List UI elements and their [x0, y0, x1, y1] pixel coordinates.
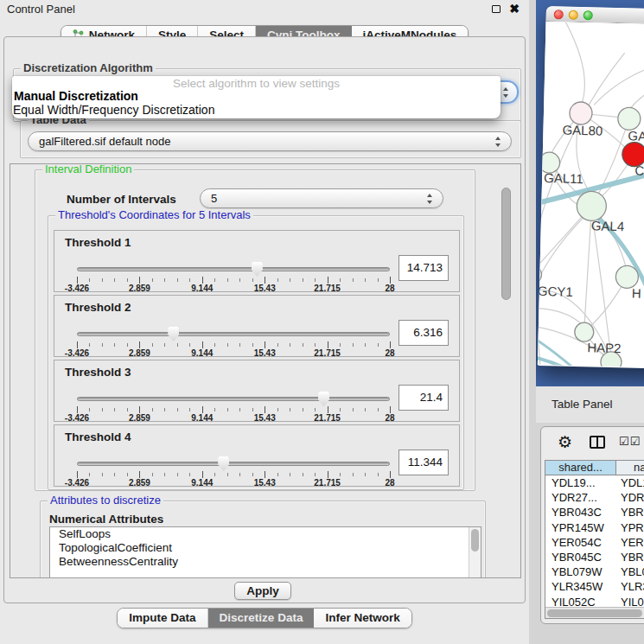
node-label: H: [632, 286, 641, 301]
vertical-scrollbar[interactable]: [501, 188, 511, 300]
slider-ticks: [77, 471, 390, 478]
combo-value: 5: [211, 189, 217, 208]
slider-tick-labels: -3.426 2.859 9.144 15.43 21.715 28: [77, 413, 390, 422]
numerical-attributes-label: Numerical Attributes: [49, 513, 163, 526]
group-title: Discretization Algorithm: [21, 62, 156, 74]
combo-arrows-icon: [503, 87, 509, 98]
threshold-4-panel: Threshold 4 -3.426 2.859 9.144: [54, 424, 460, 487]
group-title: Interval Definition: [42, 163, 134, 175]
checkboxes-icon[interactable]: ☑☑: [619, 435, 641, 448]
combo-arrows-icon: [495, 137, 501, 147]
control-panel-titlebar: Control Panel ✖: [0, 0, 529, 19]
network-node-hap2: [575, 322, 595, 342]
list-item[interactable]: TopologicalCoefficient: [50, 541, 481, 555]
table-row[interactable]: YER054CYER0: [545, 535, 644, 550]
table-row[interactable]: YBL079WYBL0: [545, 564, 644, 579]
threshold-1-value-field[interactable]: 14.713: [399, 255, 449, 281]
network-window: GAL80 GA C GAL11 GAL4 GCY1 H HAP2: [538, 6, 644, 369]
slider-thumb[interactable]: [252, 262, 263, 277]
tab-impute-data[interactable]: Impute Data: [118, 609, 207, 628]
table-panel-card: ⚙ ☑☑ shared... na YDL19...YDL1 YDR27...Y…: [540, 426, 644, 624]
num-intervals-combo[interactable]: 5: [200, 188, 443, 208]
table-data-combo[interactable]: galFiltered.sif default node: [28, 131, 512, 151]
network-canvas[interactable]: GAL80 GA C GAL11 GAL4 GCY1 H HAP2: [538, 22, 644, 368]
threshold-label: Threshold 2: [65, 301, 131, 314]
node-label: GAL80: [562, 122, 603, 137]
bottom-tabbar: Impute Data Discretize Data Infer Networ…: [0, 608, 529, 628]
slider-tick-labels: -3.426 2.859 9.144 15.43 21.715 28: [77, 348, 390, 357]
node-label: GCY1: [538, 284, 573, 299]
list-scrollbar[interactable]: [469, 527, 481, 578]
threshold-3-panel: Threshold 3 -3.426 2.859 9.144: [54, 360, 460, 422]
network-node-gal4: [577, 191, 607, 221]
table-row[interactable]: YBR043CYBR0: [545, 505, 644, 520]
zoom-traffic-light[interactable]: [583, 10, 593, 20]
slider-ticks: [77, 406, 390, 413]
tab-discretize-data[interactable]: Discretize Data: [208, 609, 315, 628]
split-columns-icon[interactable]: [590, 436, 605, 449]
threshold-3-value-field[interactable]: 21.4: [399, 385, 449, 411]
control-panel-window: Control Panel ✖ Network Style Select Cyn…: [0, 0, 529, 644]
node-label: C: [634, 163, 644, 178]
close-icon[interactable]: ✖: [509, 2, 520, 16]
table-panel-bar: Table Panel: [536, 386, 644, 423]
apply-button[interactable]: Apply: [234, 582, 291, 600]
dropdown-option[interactable]: Equal Width/Frequency Discretization: [13, 103, 214, 117]
combo-value: galFiltered.sif default node: [39, 132, 170, 151]
threshold-1-panel: Threshold 1 -3.426 2.859 9.144: [54, 230, 460, 292]
threshold-label: Threshold 4: [65, 430, 131, 443]
slider-ticks: [77, 277, 390, 284]
threshold-4-value-field[interactable]: 11.344: [399, 450, 449, 475]
float-window-icon[interactable]: [492, 5, 501, 13]
slider-thumb[interactable]: [318, 392, 329, 406]
list-item[interactable]: BetweennessCentrality: [50, 555, 481, 569]
threshold-2-value-field[interactable]: 6.316: [399, 320, 449, 346]
network-node-gal80: [570, 102, 593, 125]
slider-track: [77, 462, 390, 466]
table-row[interactable]: YDL19...YDL1: [545, 475, 644, 490]
table-header-row: shared... na: [545, 461, 644, 475]
attributes-listbox: SelfLoops TopologicalCoefficient Between…: [49, 526, 481, 578]
node-label: HAP2: [587, 340, 622, 355]
panel-title: Control Panel: [7, 0, 75, 19]
attributes-group: Attributes to discretize Numerical Attri…: [40, 501, 486, 578]
cyni-toolbox-panel: Discretization Algorithm Select algorith…: [3, 36, 526, 603]
table-row[interactable]: YPR145WYPR1: [545, 520, 644, 535]
threshold-label: Threshold 1: [65, 236, 131, 249]
tab-infer-network[interactable]: Infer Network: [314, 609, 411, 628]
threshold-label: Threshold 3: [65, 366, 131, 379]
column-header-shared[interactable]: shared...: [545, 461, 616, 475]
table-row[interactable]: YDR27...YDR2: [545, 490, 644, 505]
num-intervals-label: Number of Intervals: [67, 193, 176, 206]
slider-tick-labels: -3.426 2.859 9.144 15.43 21.715 28: [77, 478, 390, 487]
slider-ticks: [77, 341, 390, 348]
tab-label: Impute Data: [129, 611, 195, 624]
slider-track: [77, 397, 390, 401]
dropdown-option-selected[interactable]: Manual Discretization: [14, 89, 138, 103]
algorithm-dropdown-popup: Select algorithm to view settings Manual…: [12, 76, 501, 118]
table-data-group: Table Data galFiltered.sif default node: [20, 120, 521, 158]
close-traffic-light[interactable]: [554, 10, 564, 19]
list-item[interactable]: SelfLoops: [50, 527, 481, 541]
threshold-2-panel: Threshold 2 -3.426 2.859 9.144: [54, 295, 460, 357]
gear-icon[interactable]: ⚙: [558, 432, 572, 452]
slider-thumb[interactable]: [168, 327, 179, 341]
node-label: GAL4: [591, 218, 625, 233]
slider-thumb[interactable]: [218, 456, 229, 471]
slider-track: [77, 332, 390, 336]
combo-arrows-icon: [427, 194, 433, 204]
table-row[interactable]: YLR345WYLR3: [545, 579, 644, 594]
horizontal-scrollbar[interactable]: [545, 607, 644, 618]
settings-scroll-panel: Interval Definition Number of Intervals …: [10, 163, 521, 578]
table-row[interactable]: YBR045CYBR0: [545, 550, 644, 564]
table-toolbar: ⚙ ☑☑: [541, 427, 644, 458]
node-table: shared... na YDL19...YDL1 YDR27...YDR2 Y…: [545, 460, 644, 619]
network-node-ga: [618, 107, 641, 131]
tab-label: Infer Network: [325, 611, 399, 624]
group-title: Threshold's Coordinates for 5 Intervals: [55, 209, 253, 221]
column-header-name[interactable]: na: [616, 461, 644, 475]
minimize-traffic-light[interactable]: [569, 10, 578, 19]
node-label: GA: [628, 128, 644, 143]
table-panel-title: Table Panel: [552, 386, 613, 423]
slider-tick-labels: -3.426 2.859 9.144 15.43 21.715 28: [77, 284, 390, 292]
